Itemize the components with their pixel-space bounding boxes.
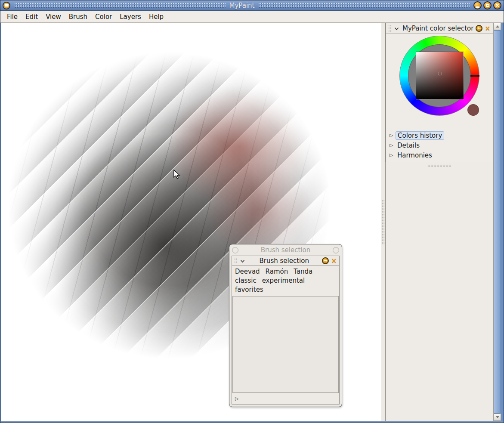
titlebar-stripes-right [258, 3, 470, 8]
mouse-cursor-icon [173, 170, 181, 179]
maximize-icon [486, 4, 489, 7]
dock-resize-grip-icon[interactable] [427, 164, 451, 167]
expander-triangle-icon: ▷ [390, 142, 396, 148]
brush-selection-window[interactable]: Brush selection Brush selection → × Deev… [229, 244, 342, 407]
close-panel-icon[interactable]: × [331, 258, 337, 264]
dock-scrollbar[interactable] [493, 23, 501, 421]
brush-panel-expander[interactable]: ▷ [232, 393, 339, 404]
splitter-grip-icon [382, 200, 385, 244]
titlebar[interactable]: MyPaint × [0, 0, 504, 11]
menu-brush[interactable]: Brush [65, 12, 91, 22]
details-label: Details [396, 142, 421, 149]
color-selector-title: MyPaint color selector [402, 25, 474, 32]
menu-view[interactable]: View [42, 12, 65, 22]
chevron-down-icon[interactable] [240, 259, 245, 263]
close-panel-icon[interactable]: × [485, 25, 490, 32]
menu-help[interactable]: Help [145, 12, 167, 22]
mypaint-window: MyPaint × File Edit View Brush Color Lay… [0, 0, 504, 423]
hue-ring[interactable] [399, 36, 479, 116]
titlebar-stripes-left [14, 3, 226, 8]
drag-grip-icon[interactable] [388, 25, 392, 32]
minimize-icon [476, 6, 479, 8]
brush-group-tabs: Deevad Ramón Tanda classic experimental … [232, 266, 339, 296]
expander-harmonies[interactable]: ▷ Harmonies [386, 150, 493, 160]
brush-window-titlebar[interactable]: Brush selection [229, 244, 342, 256]
expander-triangle-icon: ▷ [390, 152, 396, 158]
right-dock: MyPaint color selector ← × [386, 23, 493, 421]
tab-ramon[interactable]: Ramón [266, 267, 288, 276]
menubar: File Edit View Brush Color Layers Help [0, 11, 504, 23]
expander-details[interactable]: ▷ Details [386, 140, 493, 150]
maximize-button[interactable] [483, 1, 492, 9]
color-wheel-area [386, 34, 493, 130]
tab-experimental[interactable]: experimental [262, 276, 305, 285]
close-button[interactable]: × [493, 1, 501, 9]
scrollbar-thumb[interactable] [494, 30, 501, 414]
minimize-button[interactable] [473, 1, 482, 9]
chevron-down-icon[interactable] [394, 27, 399, 31]
menu-file[interactable]: File [3, 12, 22, 22]
close-icon: × [495, 2, 500, 8]
current-color-swatch[interactable] [467, 104, 479, 116]
brush-panel-header[interactable]: Brush selection → × [232, 256, 339, 266]
menu-edit[interactable]: Edit [22, 12, 42, 22]
color-selector-header[interactable]: MyPaint color selector ← × [386, 23, 493, 34]
tab-classic[interactable]: classic [235, 276, 257, 285]
brush-window-title: Brush selection [238, 246, 333, 254]
arrow-up-icon [496, 25, 499, 28]
expander-colors-history[interactable]: ▷ Colors history [386, 130, 493, 140]
canvas-dock-splitter[interactable] [381, 23, 386, 421]
saturation-value-square[interactable] [416, 52, 464, 99]
hue-marker-icon [470, 75, 479, 77]
detach-panel-button[interactable]: ← [476, 25, 482, 32]
tab-favorites[interactable]: favorites [235, 285, 263, 294]
tab-deevad[interactable]: Deevad [235, 267, 260, 276]
tab-tanda[interactable]: Tanda [294, 267, 312, 276]
window-bottom-border [0, 421, 504, 423]
window-button-circle-icon [333, 247, 339, 253]
color-panel-expanders: ▷ Colors history ▷ Details ▷ Harmonies [386, 130, 493, 162]
sv-marker-icon [438, 72, 442, 76]
brush-panel-title: Brush selection [247, 257, 321, 265]
window-menu-icon[interactable] [3, 2, 10, 9]
expander-triangle-icon: ▷ [235, 396, 241, 401]
arrow-down-icon [496, 416, 499, 418]
brush-list-area[interactable] [232, 296, 339, 393]
harmonies-label: Harmonies [396, 151, 434, 159]
scroll-down-button[interactable] [494, 414, 501, 421]
brush-selection-panel: Brush selection → × Deevad Ramón Tanda c… [232, 256, 340, 404]
window-button-circle-icon [232, 247, 238, 253]
dock-panel-button[interactable]: → [322, 257, 329, 264]
window-title: MyPaint [229, 2, 255, 9]
expander-triangle-icon: ▷ [390, 133, 396, 138]
scroll-up-button[interactable] [494, 23, 501, 30]
drag-grip-icon[interactable] [234, 257, 238, 264]
colors-history-label: Colors history [396, 131, 444, 140]
color-selector-panel: MyPaint color selector ← × [386, 23, 493, 162]
menu-color[interactable]: Color [91, 12, 116, 22]
menu-layers[interactable]: Layers [116, 12, 145, 22]
